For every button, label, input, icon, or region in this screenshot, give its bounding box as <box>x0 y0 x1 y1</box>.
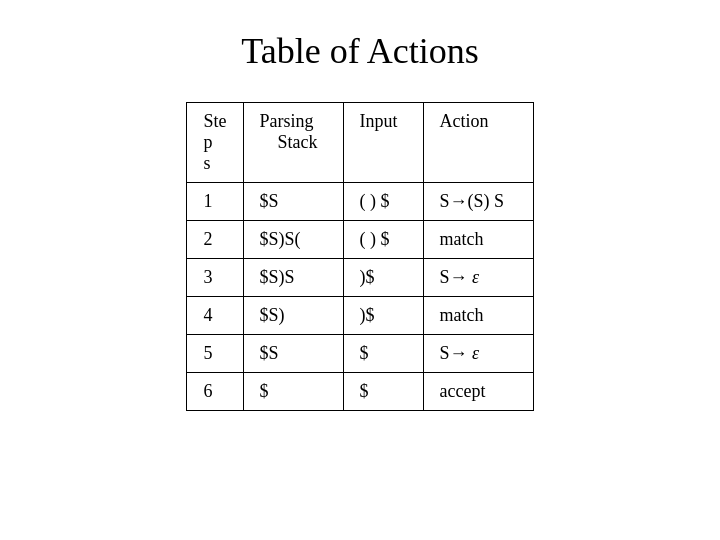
table-row: 4$S))$match <box>187 297 533 335</box>
cell-parsing: $S) <box>243 297 343 335</box>
header-step: Steps <box>187 103 243 183</box>
table-row: 3$S)S)$S→ ε <box>187 259 533 297</box>
actions-table: Steps Parsing Stack Input Action 1$S( ) … <box>186 102 533 411</box>
header-input: Input <box>343 103 423 183</box>
cell-step: 4 <box>187 297 243 335</box>
cell-action: accept <box>423 373 533 411</box>
table-row: 1$S( ) $S→(S) S <box>187 183 533 221</box>
page-title: Table of Actions <box>241 30 478 72</box>
cell-input: )$ <box>343 259 423 297</box>
cell-input: $ <box>343 373 423 411</box>
cell-input: ( ) $ <box>343 221 423 259</box>
header-action: Action <box>423 103 533 183</box>
cell-step: 3 <box>187 259 243 297</box>
cell-parsing: $S <box>243 183 343 221</box>
cell-step: 1 <box>187 183 243 221</box>
cell-action: S→ ε <box>423 259 533 297</box>
cell-step: 2 <box>187 221 243 259</box>
cell-parsing: $ <box>243 373 343 411</box>
cell-input: ( ) $ <box>343 183 423 221</box>
cell-step: 5 <box>187 335 243 373</box>
table-row: 6$$accept <box>187 373 533 411</box>
cell-step: 6 <box>187 373 243 411</box>
table-row: 5$S$S→ ε <box>187 335 533 373</box>
cell-parsing: $S)S( <box>243 221 343 259</box>
table-header-row: Steps Parsing Stack Input Action <box>187 103 533 183</box>
cell-action: S→(S) S <box>423 183 533 221</box>
header-parsing: Parsing Stack <box>243 103 343 183</box>
table-row: 2$S)S(( ) $match <box>187 221 533 259</box>
cell-action: match <box>423 297 533 335</box>
cell-action: match <box>423 221 533 259</box>
cell-parsing: $S)S <box>243 259 343 297</box>
cell-input: )$ <box>343 297 423 335</box>
cell-parsing: $S <box>243 335 343 373</box>
cell-action: S→ ε <box>423 335 533 373</box>
cell-input: $ <box>343 335 423 373</box>
